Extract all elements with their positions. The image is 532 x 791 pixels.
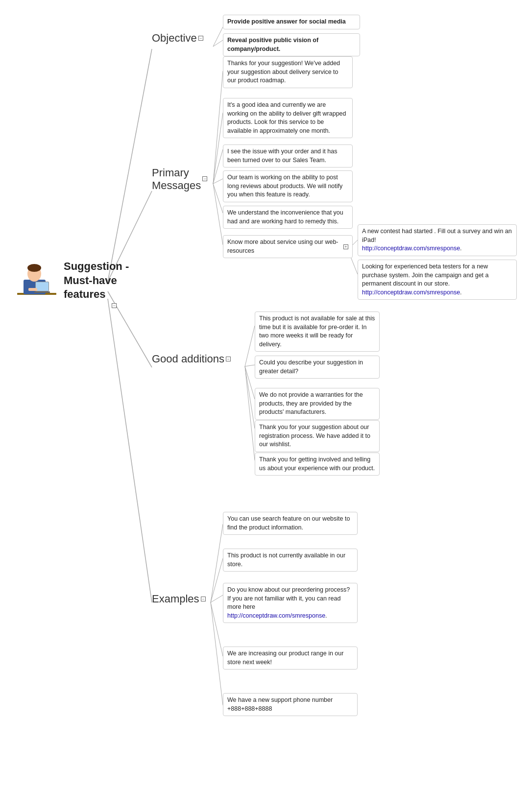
know-more-text: Know more about service using our web-re… <box>227 238 341 255</box>
pm-child-2: It's a good idea and currently we are wo… <box>223 98 353 138</box>
svg-rect-29 <box>36 282 48 291</box>
ga-child-3-text: We do not provide a warranties for the p… <box>259 391 363 415</box>
objective-child-1: Provide positive answer for social media <box>223 15 360 29</box>
primary-messages-label-container: PrimaryMessages − <box>152 167 207 192</box>
good-additions-branch: Good additions − <box>152 353 231 365</box>
pm-child-3: I see the issue with your order and it h… <box>223 144 353 168</box>
ex-child-5-text: We have a new support phone number +888+… <box>227 696 333 712</box>
ga-child-1-text: This product is not available for sale a… <box>259 315 375 348</box>
primary-messages-label: PrimaryMessages <box>152 167 201 192</box>
root-collapse-icon-container: − <box>110 301 117 309</box>
svg-line-7 <box>213 113 223 184</box>
svg-line-15 <box>245 365 255 366</box>
svg-line-6 <box>213 71 223 184</box>
good-additions-label-container: Good additions − <box>152 353 231 365</box>
pm-child-3-text: I see the issue with your order and it h… <box>227 148 337 164</box>
ga-child-2: Could you describe your suggestion in gr… <box>255 356 380 379</box>
objective-label: Objective <box>152 32 197 45</box>
ga-child-5-text: Thank you for getting involved and telli… <box>259 456 375 472</box>
know-more-sub-1-link[interactable]: http://conceptdraw.com/smresponse <box>362 245 460 252</box>
objective-label-container: Objective − <box>152 32 203 45</box>
pm-child-6: Know more about service using our web-re… <box>223 235 353 258</box>
primary-messages-branch: PrimaryMessages − <box>152 167 207 192</box>
pm-child-4-text: Our team is working on the ability to po… <box>227 174 342 198</box>
pm-child-5-text: We understand the inconvenience that you… <box>227 209 343 225</box>
svg-line-16 <box>245 366 255 399</box>
pm-child-2-text: It's a good idea and currently we are wo… <box>227 101 346 134</box>
svg-line-18 <box>245 366 255 460</box>
ga-child-4: Thank you for your suggestion about our … <box>255 420 380 452</box>
svg-line-23 <box>211 602 223 705</box>
svg-line-8 <box>213 149 223 184</box>
pm-child-4: Our team is working on the ability to po… <box>223 170 353 202</box>
objective-child-1-text: Provide positive answer for social media <box>227 18 346 25</box>
pm-child-1: Thanks for your suggestion! We've added … <box>223 56 353 88</box>
good-additions-label: Good additions <box>152 353 224 365</box>
ga-child-3: We do not provide a warranties for the p… <box>255 388 380 420</box>
svg-line-20 <box>211 558 223 602</box>
examples-label-container: Examples − <box>152 593 206 605</box>
examples-branch: Examples − <box>152 593 206 605</box>
ga-child-2-text: Could you describe your suggestion in gr… <box>259 359 363 375</box>
ga-child-1: This product is not available for sale a… <box>255 312 380 352</box>
know-more-sub-2: Looking for experienced beta testers for… <box>358 260 517 300</box>
objective-child-2-text: Reveal positive public vision of company… <box>227 37 318 52</box>
mindmap-container: Suggestion -Must-havefeatures Objective … <box>0 0 532 791</box>
svg-line-17 <box>245 366 255 429</box>
know-more-label-container: Know more about service using our web-re… <box>227 238 348 255</box>
root-label: Suggestion -Must-havefeatures <box>64 260 129 302</box>
primary-messages-collapse-icon[interactable]: − <box>202 176 207 181</box>
svg-line-4 <box>213 27 223 47</box>
svg-line-10 <box>213 184 223 213</box>
know-more-sub-2-link[interactable]: http://conceptdraw.com/smresponse <box>362 289 460 296</box>
svg-point-27 <box>27 264 41 272</box>
ex-child-2: This product is not currently available … <box>223 549 358 572</box>
root-node: Suggestion -Must-havefeatures <box>15 260 129 302</box>
ex-child-4-text: We are increasing our product range in o… <box>227 650 343 666</box>
objective-child-2: Reveal positive public vision of company… <box>223 33 360 56</box>
ex-child-1: You can use search feature on our websit… <box>223 512 358 535</box>
know-more-sub-2-text: Looking for experienced beta testers for… <box>362 263 488 296</box>
examples-label: Examples <box>152 593 199 605</box>
svg-rect-30 <box>34 291 50 293</box>
svg-line-19 <box>211 524 223 602</box>
svg-line-0 <box>108 49 152 282</box>
objective-collapse-icon[interactable]: − <box>198 36 203 41</box>
svg-line-11 <box>213 184 223 245</box>
svg-rect-31 <box>28 288 37 291</box>
svg-line-5 <box>213 40 223 47</box>
ga-child-4-text: Thank you for your suggestion about our … <box>259 424 370 448</box>
know-more-collapse-icon[interactable]: + <box>343 244 348 249</box>
root-collapse-icon[interactable]: − <box>112 303 117 308</box>
ex-child-3-link[interactable]: http://conceptdraw.com/smresponse <box>227 612 325 619</box>
ex-child-3-text: Do you know about our preordering proces… <box>227 586 350 619</box>
svg-line-22 <box>211 602 223 656</box>
ex-child-5: We have a new support phone number +888+… <box>223 693 358 716</box>
objective-branch: Objective − <box>152 32 203 45</box>
pm-child-5: We understand the inconvenience that you… <box>223 206 353 229</box>
pm-child-1-text: Thanks for your suggestion! We've added … <box>227 60 340 84</box>
svg-line-14 <box>245 326 255 366</box>
ex-child-2-text: This product is not currently available … <box>227 552 345 568</box>
examples-collapse-icon[interactable]: − <box>201 597 206 601</box>
ex-child-1-text: You can use search feature on our websit… <box>227 515 350 531</box>
ex-child-3: Do you know about our preordering proces… <box>223 583 358 623</box>
know-more-sub-1-text: A new contest had started . Fill out a s… <box>362 228 512 252</box>
person-avatar <box>15 261 59 300</box>
good-additions-collapse-icon[interactable]: − <box>226 357 231 361</box>
ga-child-5: Thank you for getting involved and telli… <box>255 453 380 476</box>
ex-child-4: We are increasing our product range in o… <box>223 647 358 670</box>
svg-line-21 <box>211 595 223 602</box>
svg-line-9 <box>213 179 223 184</box>
svg-line-3 <box>108 299 152 602</box>
know-more-sub-1: A new contest had started . Fill out a s… <box>358 224 517 256</box>
